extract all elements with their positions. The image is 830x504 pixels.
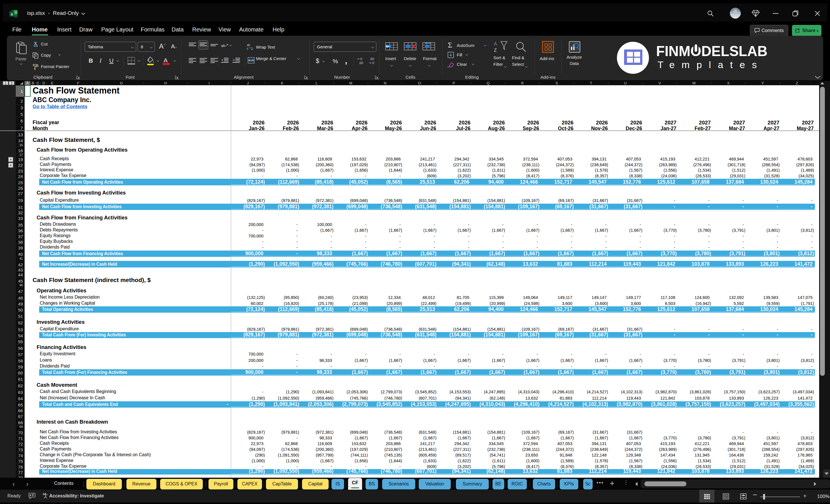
svg-text:ab: ab bbox=[247, 43, 250, 46]
svg-text:x: x bbox=[11, 12, 13, 16]
svg-text:.00: .00 bbox=[370, 57, 374, 61]
svg-text:0: 0 bbox=[372, 61, 374, 65]
svg-text:Z: Z bbox=[494, 48, 497, 53]
svg-text:0: 0 bbox=[360, 57, 362, 61]
svg-text:ab: ab bbox=[221, 43, 225, 48]
svg-text:c: c bbox=[247, 47, 248, 50]
svg-text:.00: .00 bbox=[359, 61, 363, 65]
svg-text:A: A bbox=[494, 41, 497, 46]
